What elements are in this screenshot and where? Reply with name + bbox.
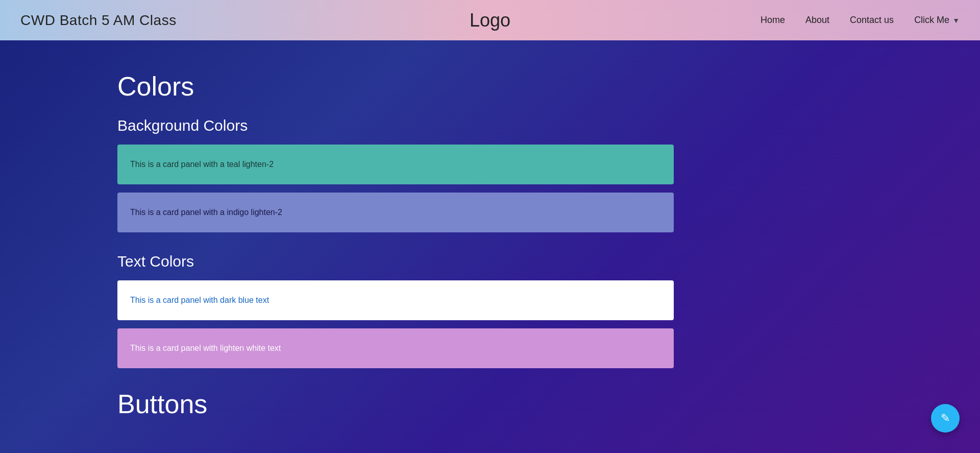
card-indigo-text: This is a card panel with a indigo light… bbox=[130, 208, 282, 217]
nav-dropdown-label: Click Me bbox=[914, 15, 949, 26]
nav-item-contact[interactable]: Contact us bbox=[850, 15, 894, 26]
bg-colors-subtitle: Background Colors bbox=[117, 117, 980, 134]
nav-link-about[interactable]: About bbox=[805, 15, 829, 25]
bg-colors-section: Background Colors This is a card panel w… bbox=[117, 117, 980, 232]
nav-item-dropdown[interactable]: Click Me ▼ bbox=[914, 15, 960, 26]
card-indigo: This is a card panel with a indigo light… bbox=[117, 193, 674, 232]
fab-button[interactable]: ✎ bbox=[931, 404, 960, 433]
nav-item-home[interactable]: Home bbox=[761, 15, 785, 26]
nav-link-home[interactable]: Home bbox=[761, 15, 785, 25]
card-white: This is a card panel with dark blue text bbox=[117, 280, 674, 320]
buttons-title: Buttons bbox=[117, 389, 980, 419]
text-colors-subtitle: Text Colors bbox=[117, 253, 980, 270]
card-teal-text: This is a card panel with a teal lighten… bbox=[130, 160, 274, 169]
navbar: CWD Batch 5 AM Class Logo Home About Con… bbox=[0, 0, 980, 40]
navbar-brand: CWD Batch 5 AM Class bbox=[20, 12, 177, 29]
card-darkblue-text: This is a card panel with dark blue text bbox=[130, 296, 269, 304]
nav-item-about[interactable]: About bbox=[805, 15, 829, 26]
navbar-nav: Home About Contact us Click Me ▼ bbox=[761, 15, 960, 26]
card-pink: This is a card panel with lighten white … bbox=[117, 328, 674, 368]
nav-dropdown-clickme[interactable]: Click Me ▼ bbox=[914, 15, 960, 26]
navbar-logo: Logo bbox=[470, 10, 510, 31]
nav-link-contact[interactable]: Contact us bbox=[850, 15, 894, 25]
main-content: Colors Background Colors This is a card … bbox=[0, 40, 980, 453]
buttons-section: Buttons bbox=[117, 389, 980, 419]
card-white-text: This is a card panel with lighten white … bbox=[130, 344, 281, 352]
chevron-down-icon: ▼ bbox=[952, 16, 960, 25]
edit-icon: ✎ bbox=[941, 412, 950, 425]
card-teal: This is a card panel with a teal lighten… bbox=[117, 145, 674, 184]
page-title: Colors bbox=[117, 71, 980, 102]
text-colors-section: Text Colors This is a card panel with da… bbox=[117, 253, 980, 368]
